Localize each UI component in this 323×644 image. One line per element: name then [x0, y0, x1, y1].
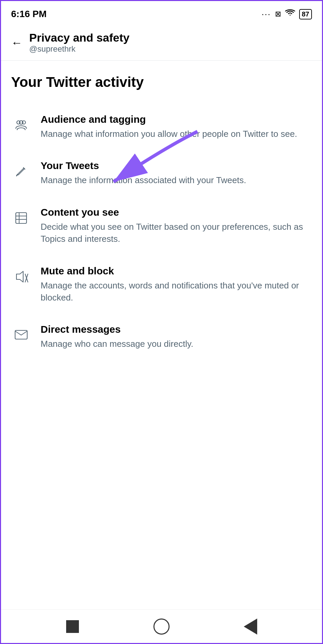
mute-icon	[11, 267, 31, 287]
battery-indicator: 87	[299, 9, 312, 19]
audience-tagging-text: Audience and tagging Manage what informa…	[41, 114, 312, 140]
menu-item-content-you-see[interactable]: Content you see Decide what you see on T…	[11, 197, 312, 255]
wifi-icon	[285, 9, 295, 19]
content-you-see-text: Content you see Decide what you see on T…	[41, 207, 312, 245]
menu-item-direct-messages[interactable]: Direct messages Manage who can message y…	[11, 314, 312, 360]
section-title: Your Twitter activity	[11, 74, 312, 90]
audience-tagging-title: Audience and tagging	[41, 114, 312, 125]
triangle-icon	[244, 619, 257, 635]
back-button[interactable]: ←	[11, 37, 22, 48]
content-icon	[11, 208, 31, 228]
audience-tagging-desc: Manage what information you allow other …	[41, 128, 312, 140]
menu-item-your-tweets[interactable]: Your Tweets Manage the information assoc…	[11, 150, 312, 196]
edit-icon	[11, 161, 31, 181]
mute-and-block-title: Mute and block	[41, 265, 312, 277]
battery-level: 87	[302, 10, 309, 18]
your-tweets-title: Your Tweets	[41, 160, 312, 171]
status-time: 6:16 PM	[11, 9, 47, 19]
status-bar: 6:16 PM ··· ⊠ 87	[1, 1, 322, 24]
square-icon	[66, 620, 79, 633]
mute-and-block-desc: Manage the accounts, words and notificat…	[41, 279, 312, 304]
direct-messages-desc: Manage who can message you directly.	[41, 338, 312, 350]
direct-messages-title: Direct messages	[41, 324, 312, 335]
content-you-see-desc: Decide what you see on Twitter based on …	[41, 221, 312, 245]
mute-and-block-text: Mute and block Manage the accounts, word…	[41, 265, 312, 304]
svg-marker-8	[16, 271, 23, 282]
page-title: Privacy and safety	[29, 31, 130, 44]
username-label: @supreethrk	[29, 44, 130, 54]
nav-back-button[interactable]	[63, 617, 82, 636]
header-text: Privacy and safety @supreethrk	[29, 31, 130, 54]
message-icon	[11, 325, 31, 345]
your-tweets-desc: Manage the information associated with y…	[41, 174, 312, 186]
direct-messages-text: Direct messages Manage who can message y…	[41, 324, 312, 350]
sim-icon: ⊠	[275, 10, 281, 18]
nav-recent-button[interactable]	[241, 617, 260, 636]
circle-icon	[153, 619, 170, 635]
menu-item-audience-tagging[interactable]: Audience and tagging Manage what informa…	[11, 104, 312, 150]
bottom-nav	[1, 609, 322, 643]
svg-rect-4	[16, 213, 27, 223]
audience-icon	[11, 115, 31, 135]
status-dots: ···	[262, 9, 271, 19]
page-header: ← Privacy and safety @supreethrk	[1, 24, 322, 61]
menu-item-mute-and-block[interactable]: Mute and block Manage the accounts, word…	[11, 255, 312, 314]
main-content: Your Twitter activity Audience and taggi…	[1, 61, 322, 360]
your-tweets-text: Your Tweets Manage the information assoc…	[41, 160, 312, 186]
nav-home-button[interactable]	[152, 617, 171, 636]
content-you-see-title: Content you see	[41, 207, 312, 218]
status-icons: ··· ⊠ 87	[262, 9, 312, 19]
